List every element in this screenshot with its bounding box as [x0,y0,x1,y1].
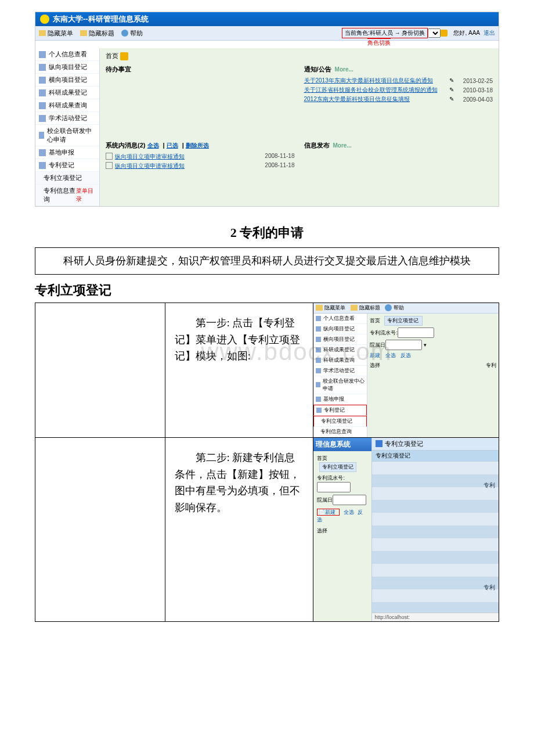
notice-title: 通知/公告More... [304,65,493,74]
help-button[interactable]: 帮助 [121,29,143,38]
right-sub-head: 专利立项登记 [372,451,499,462]
app-title: 东南大学--科研管理信息系统 [53,14,149,24]
more-link[interactable]: More... [335,66,353,73]
role-select[interactable] [428,28,441,38]
checkbox[interactable] [106,162,113,169]
sysmsg-title: 系统内消息(2) 全选 | 已选 | 删除所选 [106,141,295,150]
notice-link[interactable]: 关于2013年东南大学最新科技项目信息征集的通知 [304,77,447,85]
serial-input[interactable] [398,327,434,338]
dept-input[interactable] [333,495,366,505]
sidebar-item-horizontal[interactable]: 横向项目登记 [35,74,99,87]
menu-icon [316,408,322,413]
sysmsg-date: 2008-11-18 [265,162,294,170]
intro-box: 科研人员身份新建提交，知识产权管理员和科研人员进行交叉提交最后进入信息维护模块 [35,247,499,275]
menu-icon [316,397,321,402]
checkbox[interactable] [106,153,113,160]
subsection-title: 专利立项登记 [35,282,499,299]
dept-label: 院属日 [370,342,385,348]
notice-link[interactable]: 关于江苏省科技服务社会校企联管理系统填报的通知 [304,86,447,94]
section-heading: 2 专利的申请 [35,224,499,242]
sidebar-sub-patent-query[interactable]: 专利信息查询 [313,427,367,437]
greeting: 您好, AAA [453,29,480,37]
sysmsg-link[interactable]: 纵向项目立项申请审核通知 [115,162,185,170]
notice-date: 2010-03-18 [463,87,493,93]
logout-link[interactable]: 退出 [484,29,495,37]
help-icon [385,304,392,311]
folder-icon [80,30,87,36]
menu-icon [39,132,44,139]
sidebar-sub-patent-reg-highlight[interactable]: 专利立项登记 [313,416,367,427]
edit-icon[interactable]: ✎ [449,77,456,84]
all-button[interactable]: 全选 [385,352,396,358]
intro-text: 科研人员身份新建提交，知识产权管理员和科研人员进行交叉提交最后进入信息维护模块 [42,253,492,269]
breadcrumb: 首页 [106,52,493,60]
edit-icon[interactable]: ✎ [449,96,456,103]
sidebar-item-result-reg[interactable]: 科研成果登记 [35,87,99,99]
user-icon [441,30,448,37]
help-icon [121,30,128,37]
patent-tab[interactable]: 专利立项登记 [319,462,356,472]
folder-icon [351,305,358,311]
sysmsg-link[interactable]: 纵向项目立项申请审核通知 [115,153,185,161]
hide-menu-button[interactable]: 隐藏菜单 [39,29,73,38]
step2-text: 第二步: 新建专利信息条件，点击【新建】按钮，图中有星号为必填项，但不影响保存。 [165,438,313,528]
filter-delete[interactable]: 删除所选 [186,142,209,149]
home-tab[interactable]: 首页 [106,52,118,59]
sidebar-sub-patent-reg[interactable]: 专利立项登记 [35,172,99,185]
sidebar-item[interactable]: 基地申报 [313,394,367,405]
rev-button[interactable]: 反选 [400,352,411,358]
hide-tab-button[interactable]: 隐藏标题 [80,29,114,38]
sidebar-item-base[interactable]: 基地申报 [35,146,99,159]
sidebar-item-center[interactable]: 校企联合研发中心申请 [35,125,99,146]
notice-date: 2009-04-03 [463,96,493,103]
home-tab[interactable]: 首页 [370,318,380,323]
menu-icon [316,337,321,342]
patent-tab[interactable]: 专利立项登记 [384,316,423,326]
sidebar-item[interactable]: 科研成果登记 [313,345,367,355]
notice-link[interactable]: 2012东南大学最新科技项目信息征集填报 [304,95,447,103]
notice-date: 2013-02-25 [463,78,493,84]
form-grid: 专利 专利 [372,462,499,613]
doc-icon [376,440,383,447]
sidebar-item-personal[interactable]: 个人信息查看 [35,48,99,61]
sidebar-sub-patent-query[interactable]: 专利信息查询菜单目录 [35,185,99,206]
menu-icon [39,102,46,109]
menu-icon [39,115,46,122]
folder-icon [39,30,46,36]
all-button[interactable]: 全选 [344,509,354,515]
step2-screenshot: 理信息系统 首页 专利立项登记 专利流水号: 院属日 📄新建 全选 [313,438,499,621]
mini-sidebar: 个人信息查看 纵向项目登记 横向项目登记 科研成果登记 科研成果查询 学术活动登… [313,314,367,437]
sidebar-item[interactable]: 校企联合研发中心申请 [313,376,367,394]
sidebar-item-patent[interactable]: 专利登记 [35,159,99,172]
dept-input[interactable] [385,340,422,350]
menu-icon [39,77,46,84]
app-logo-icon [40,15,49,24]
sidebar-item-result-query[interactable]: 科研成果查询 [35,99,99,112]
right-col-label: 专利 [486,362,496,369]
role-switch-label: 角色切换 [367,38,391,46]
filter-read[interactable]: 已选 [167,142,178,149]
menu-icon [316,358,321,363]
title-bar: 东南大学--科研管理信息系统 [35,12,499,26]
home-tab[interactable]: 首页 [317,455,327,461]
more-link[interactable]: More... [333,142,352,149]
sidebar-item[interactable]: 纵向项目登记 [313,324,367,334]
select-label: 选择 [370,362,380,368]
sidebar-item[interactable]: 个人信息查看 [313,314,367,324]
sidebar-item-patent-highlight[interactable]: 专利登记 [313,405,367,416]
grid-label: 专利 [484,481,495,489]
sidebar-item[interactable]: 科研成果查询 [313,355,367,366]
step2-left-panel: 理信息系统 首页 专利立项登记 专利流水号: 院属日 📄新建 全选 [313,438,372,621]
new-button-highlight[interactable]: 📄新建 [317,509,340,516]
menu-icon [316,347,321,352]
filter-all[interactable]: 全选 [147,142,159,149]
grid-label: 专利 [484,584,495,592]
sidebar-item[interactable]: 学术活动登记 [313,366,367,376]
serial-label: 专利流水号: [317,475,345,481]
sidebar-item-vertical[interactable]: 纵向项目登记 [35,61,99,74]
serial-input[interactable] [317,482,351,492]
new-button[interactable]: 新建 [370,352,380,358]
sidebar-item-academic[interactable]: 学术活动登记 [35,112,99,125]
edit-icon[interactable]: ✎ [449,87,456,93]
sidebar-item[interactable]: 横向项目登记 [313,334,367,345]
